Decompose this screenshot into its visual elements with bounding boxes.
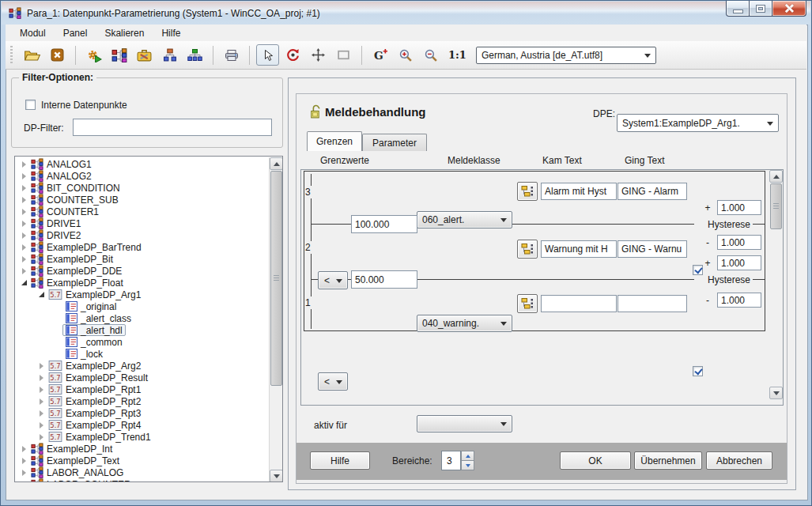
zoom-out-button[interactable] bbox=[419, 44, 442, 66]
close-button[interactable] bbox=[772, 1, 806, 17]
refresh-button[interactable] bbox=[281, 44, 304, 66]
expand-arrow-icon[interactable] bbox=[20, 481, 28, 483]
run-module-button[interactable] bbox=[82, 44, 105, 66]
tree-item[interactable]: _common bbox=[17, 336, 268, 348]
ging-text-input-range3[interactable]: GING - Alarm bbox=[617, 183, 687, 200]
alert-class-browse-button-range3[interactable] bbox=[517, 182, 538, 201]
select-tool-button[interactable] bbox=[256, 44, 279, 66]
org-tree-orange-button[interactable] bbox=[158, 44, 181, 66]
tree-item[interactable]: 5.7ExampleDP_Rpt1 bbox=[17, 383, 268, 395]
limit-value-input-1[interactable]: 100.000 bbox=[351, 215, 417, 233]
expand-arrow-icon[interactable] bbox=[20, 185, 28, 191]
tree-item[interactable]: ExampleDP_Float bbox=[17, 277, 268, 289]
titlebar[interactable]: Para_1: Datenpunkt-Parametrierung (Syste… bbox=[2, 2, 810, 25]
zoom-region-button[interactable]: G bbox=[368, 44, 391, 66]
menu-panel[interactable]: Panel bbox=[55, 26, 96, 40]
tree-item[interactable]: ExampleDP_Bit bbox=[17, 253, 268, 265]
tab-parameter[interactable]: Parameter bbox=[362, 134, 427, 151]
tree-item[interactable]: 5.7ExampleDP_Result bbox=[17, 372, 268, 383]
tree-item[interactable]: ExampleDP_DDE bbox=[17, 265, 268, 277]
expand-arrow-icon[interactable] bbox=[20, 458, 28, 464]
tree-scrollbar[interactable] bbox=[269, 157, 282, 482]
meldeklasse-select-range2[interactable]: 040_warning. bbox=[417, 315, 512, 332]
expand-arrow-icon[interactable] bbox=[37, 363, 45, 369]
tree-item[interactable]: ANALOG2 bbox=[17, 170, 268, 182]
alert-class-browse-button-range2[interactable] bbox=[517, 240, 538, 259]
tree-item[interactable]: ExampleDP_Int bbox=[17, 443, 268, 455]
tree-item[interactable]: 5.7ExampleDP_Rpt4 bbox=[17, 419, 268, 431]
tree-item[interactable]: COUNTER1 bbox=[17, 206, 268, 217]
scrollbar-thumb[interactable] bbox=[770, 183, 782, 229]
expand-arrow-icon[interactable] bbox=[37, 410, 45, 417]
scroll-up-button[interactable] bbox=[769, 170, 783, 183]
rectangle-tool-button[interactable] bbox=[332, 44, 355, 66]
tree-item[interactable]: LABOR_ANALOG bbox=[17, 466, 268, 478]
limit-value-input-2[interactable]: 50.000 bbox=[351, 270, 417, 289]
expand-arrow-icon[interactable] bbox=[20, 470, 28, 476]
uebernehmen-button[interactable]: Übernehmen bbox=[634, 451, 702, 470]
tree-item[interactable]: ExampleDP_Text bbox=[17, 455, 268, 466]
move-tool-button[interactable] bbox=[307, 44, 330, 66]
tree-item[interactable]: 5.7ExampleDP_Arg2 bbox=[17, 360, 268, 372]
spinner-down-button[interactable] bbox=[461, 460, 474, 470]
menu-hilfe[interactable]: Hilfe bbox=[153, 26, 188, 40]
toolbox-button[interactable] bbox=[133, 44, 156, 66]
exit-button[interactable] bbox=[46, 44, 69, 66]
kam-text-input-range3[interactable]: Alarm mit Hyst bbox=[541, 183, 617, 200]
tab-grenzen[interactable]: Grenzen bbox=[307, 131, 362, 151]
ging-text-input-range2[interactable]: GING - Warnu bbox=[617, 240, 687, 258]
operator-select-limit1[interactable]: < bbox=[318, 271, 348, 289]
tree-item[interactable]: ANALOG1 bbox=[17, 158, 268, 170]
tree-item[interactable]: 5.7ExampleDP_Arg1 bbox=[17, 289, 268, 300]
scroll-down-button[interactable] bbox=[769, 387, 783, 399]
tree-item[interactable]: DRIVE2 bbox=[17, 229, 268, 241]
expand-arrow-icon[interactable] bbox=[20, 244, 28, 251]
scrollbar-thumb[interactable] bbox=[270, 171, 282, 386]
hysterese-minus-input[interactable]: 1.000 bbox=[717, 293, 761, 308]
tree-item[interactable]: _lock bbox=[17, 348, 268, 360]
zoom-in-button[interactable] bbox=[394, 44, 417, 66]
tree-item[interactable]: 5.7ExampleDP_Trend1 bbox=[17, 431, 268, 443]
zoom-1-1-button[interactable]: 1:1 bbox=[444, 44, 470, 66]
tree-item[interactable]: ExampleDP_BarTrend bbox=[17, 241, 268, 253]
kam-text-input-range1[interactable] bbox=[541, 295, 617, 312]
menu-skalieren[interactable]: Skalieren bbox=[96, 26, 152, 40]
expand-arrow-icon[interactable] bbox=[20, 232, 28, 239]
collapse-arrow-icon[interactable] bbox=[37, 292, 45, 297]
kam-text-input-range2[interactable]: Warnung mit H bbox=[541, 240, 617, 258]
collapse-arrow-icon[interactable] bbox=[20, 280, 28, 285]
tree-item-selected[interactable]: _alert_hdl bbox=[17, 324, 268, 336]
expand-arrow-icon[interactable] bbox=[20, 446, 28, 452]
hysterese-minus-input[interactable]: 1.000 bbox=[717, 235, 761, 250]
expand-arrow-icon[interactable] bbox=[37, 387, 45, 393]
expand-arrow-icon[interactable] bbox=[37, 375, 45, 381]
meldeklasse-select-range3[interactable]: 060_alert. bbox=[417, 211, 512, 228]
minimize-button[interactable] bbox=[726, 1, 750, 17]
ging-text-input-range1[interactable] bbox=[617, 295, 687, 312]
expand-arrow-icon[interactable] bbox=[37, 434, 45, 440]
expand-arrow-icon[interactable] bbox=[20, 197, 28, 203]
menu-modul[interactable]: Modul bbox=[12, 26, 54, 40]
scroll-down-button[interactable] bbox=[270, 470, 283, 482]
hysterese-plus-input[interactable]: 1.000 bbox=[717, 255, 761, 270]
limits-scrollbar[interactable] bbox=[769, 170, 783, 399]
expand-arrow-icon[interactable] bbox=[20, 221, 28, 227]
org-tree-green-button[interactable] bbox=[183, 44, 206, 66]
operator-select-limit2[interactable]: < bbox=[318, 372, 348, 391]
tree-item[interactable]: _original bbox=[17, 300, 268, 312]
hysterese-checkbox[interactable] bbox=[693, 366, 703, 376]
maximize-button[interactable] bbox=[749, 1, 772, 17]
hysterese-plus-input[interactable]: 1.000 bbox=[717, 200, 761, 215]
expand-arrow-icon[interactable] bbox=[20, 256, 28, 262]
expand-arrow-icon[interactable] bbox=[20, 268, 28, 274]
print-button[interactable] bbox=[220, 44, 243, 66]
meldeklasse-select-range1[interactable] bbox=[417, 415, 512, 432]
expand-arrow-icon[interactable] bbox=[20, 173, 28, 179]
bereiche-spinner-value[interactable]: 3 bbox=[441, 451, 461, 470]
hilfe-button[interactable]: Hilfe bbox=[310, 451, 370, 470]
expand-arrow-icon[interactable] bbox=[37, 398, 45, 405]
tree-item[interactable]: COUNTER_SUB bbox=[17, 194, 268, 206]
tree-item[interactable]: 5.7ExampleDP_Rpt2 bbox=[17, 395, 268, 407]
tree-item[interactable]: LABOR_COUNTER bbox=[17, 478, 268, 482]
tree-item[interactable]: BIT_CONDITION bbox=[17, 182, 268, 194]
